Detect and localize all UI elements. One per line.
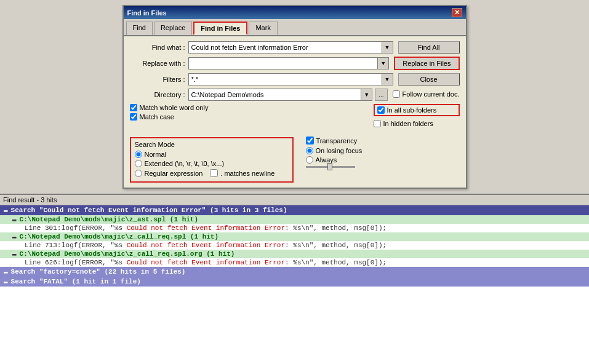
radio-extended-row: Extended (\n, \r, \t, \0, \x...) bbox=[135, 160, 289, 167]
radio-always[interactable] bbox=[306, 156, 313, 164]
file-header-2-text: C:\Notepad Demo\mods\majic\z_call_req.sp… bbox=[20, 233, 218, 240]
line-num-2: Line 713: bbox=[25, 242, 62, 249]
filters-label: Filters : bbox=[130, 76, 185, 83]
search-summary-2: ▬ Search "factory=cnote" (22 hits in 5 f… bbox=[0, 267, 589, 277]
dialog-window: Find in Files ✕ Find Replace Find in Fil… bbox=[122, 5, 467, 189]
tab-replace[interactable]: Replace bbox=[154, 22, 192, 35]
code-before-1: logf(ERROR, "%s Could not fetch Event in… bbox=[62, 224, 387, 232]
find-what-row: Find what : ▼ Find All bbox=[130, 41, 460, 53]
on-losing-focus-row: On losing focus bbox=[306, 147, 460, 154]
file-header-3-text: C:\Notepad Demo\mods\majic\z_call_req.sp… bbox=[20, 250, 235, 258]
radio-extended-label: Extended (\n, \r, \t, \0, \x...) bbox=[145, 160, 225, 167]
right-buttons-top: Find All bbox=[398, 41, 460, 53]
radio-normal-row: Normal bbox=[135, 151, 289, 158]
tab-find[interactable]: Find bbox=[126, 22, 153, 35]
match-case-row: Match case bbox=[130, 113, 367, 121]
search-mode-box: Search Mode Normal Extended (\n, \r, \t,… bbox=[130, 137, 294, 183]
replace-with-dropdown: ▼ bbox=[188, 57, 390, 69]
radio-regex-label: Regular expression bbox=[145, 170, 203, 177]
expand-btn-file-2[interactable]: ▬ bbox=[12, 233, 17, 240]
code-line-1: Line 301: logf(ERROR, "%s Could not fetc… bbox=[0, 224, 589, 232]
right-buttons-bottom: Close bbox=[398, 73, 460, 85]
code-line-3: Line 626: logf(ERROR, "%s Could not fetc… bbox=[0, 258, 589, 267]
directory-input[interactable] bbox=[188, 89, 361, 101]
code-line-2: Line 713: logf(ERROR, "%s Could not fetc… bbox=[0, 241, 589, 250]
transparency-slider-thumb[interactable] bbox=[327, 163, 332, 170]
transparency-cb[interactable] bbox=[306, 136, 314, 144]
filters-dropdown: ▼ bbox=[188, 73, 393, 85]
expand-btn-file-3[interactable]: ▬ bbox=[12, 250, 17, 258]
matches-newline-label: . matches newline bbox=[220, 170, 274, 177]
browse-btn[interactable]: ... bbox=[375, 89, 387, 101]
find-what-dropdown: ▼ bbox=[188, 41, 393, 53]
dialog-title: Find in Files bbox=[127, 9, 167, 17]
transparency-header: Transparency bbox=[306, 136, 460, 144]
matches-newline-cb[interactable] bbox=[210, 169, 218, 177]
results-header: Find result - 3 hits bbox=[0, 195, 589, 205]
line-num-1: Line 301: bbox=[25, 224, 62, 232]
radio-normal[interactable] bbox=[135, 151, 142, 158]
file-header-1-text: C:\Notepad Demo\mods\majic\z_ast.spl (1 … bbox=[20, 216, 198, 223]
directory-dropdown: ▼ bbox=[188, 89, 373, 101]
in-hidden-folders-cb[interactable] bbox=[374, 120, 381, 127]
search-summary-1-text: Search "Could not fetch Event informatio… bbox=[11, 207, 287, 214]
in-all-subfolders-cb[interactable] bbox=[377, 106, 385, 114]
left-options: Match whole word only Match case bbox=[130, 104, 367, 129]
directory-dropdown-btn[interactable]: ▼ bbox=[361, 89, 372, 101]
radio-regex[interactable] bbox=[135, 170, 142, 177]
dialog-tabs: Find Replace Find in Files Mark bbox=[124, 19, 466, 36]
replace-with-row: Replace with : ▼ Replace in Files bbox=[130, 57, 460, 70]
find-all-btn[interactable]: Find All bbox=[398, 41, 460, 53]
filters-input[interactable] bbox=[188, 73, 382, 85]
match-case-cb[interactable] bbox=[130, 113, 137, 121]
options-area: Match whole word only Match case In all … bbox=[130, 104, 460, 129]
main-container: Find in Files ✕ Find Replace Find in Fil… bbox=[0, 0, 589, 364]
search-summary-1: ▬ Search "Could not fetch Event informat… bbox=[0, 205, 589, 215]
right-checkboxes: Follow current doc. bbox=[393, 90, 460, 100]
expand-btn-file-1[interactable]: ▬ bbox=[12, 216, 17, 223]
follow-current-label: Follow current doc. bbox=[403, 90, 460, 98]
file-header-2: ▬ C:\Notepad Demo\mods\majic\z_call_req.… bbox=[0, 232, 589, 241]
dialog-close-btn[interactable]: ✕ bbox=[452, 8, 462, 17]
transparency-slider[interactable] bbox=[306, 166, 355, 168]
radio-extended[interactable] bbox=[135, 160, 142, 167]
replace-with-input[interactable] bbox=[188, 57, 378, 69]
dialog-titlebar: Find in Files ✕ bbox=[124, 6, 466, 19]
follow-current-cb[interactable] bbox=[393, 90, 400, 98]
expand-btn-1[interactable]: ▬ bbox=[4, 207, 8, 214]
replace-with-label: Replace with : bbox=[130, 60, 185, 67]
find-what-dropdown-btn[interactable]: ▼ bbox=[382, 41, 393, 53]
match-case-label: Match case bbox=[140, 113, 174, 121]
find-what-input[interactable] bbox=[188, 41, 382, 53]
line-num-3: Line 626: bbox=[25, 259, 62, 266]
in-all-subfolders-row: In all sub-folders bbox=[374, 104, 460, 116]
always-label: Always bbox=[316, 156, 337, 164]
tab-find-in-files[interactable]: Find in Files bbox=[193, 22, 247, 35]
close-btn[interactable]: Close bbox=[398, 73, 460, 85]
directory-label: Directory : bbox=[130, 91, 185, 98]
match-whole-word-row: Match whole word only bbox=[130, 104, 367, 111]
file-header-1: ▬ C:\Notepad Demo\mods\majic\z_ast.spl (… bbox=[0, 215, 589, 224]
radio-regex-row: Regular expression . matches newline bbox=[135, 169, 289, 177]
right-buttons-mid: Replace in Files bbox=[394, 57, 459, 70]
radio-normal-label: Normal bbox=[145, 151, 166, 158]
replace-in-files-btn[interactable]: Replace in Files bbox=[394, 57, 459, 70]
in-all-subfolders-label: In all sub-folders bbox=[387, 106, 437, 114]
in-hidden-folders-row: In hidden folders bbox=[374, 120, 460, 127]
on-losing-focus-label: On losing focus bbox=[316, 147, 363, 154]
tab-mark[interactable]: Mark bbox=[249, 22, 277, 35]
filters-dropdown-btn[interactable]: ▼ bbox=[382, 73, 393, 85]
match-whole-word-cb[interactable] bbox=[130, 104, 137, 111]
transparency-section: Transparency On losing focus Always bbox=[306, 134, 460, 183]
bottom-section: Search Mode Normal Extended (\n, \r, \t,… bbox=[130, 134, 460, 183]
search-summary-3-text: Search "FATAL" (1 hit in 1 file) bbox=[11, 278, 141, 285]
directory-row: Directory : ▼ ... Follow current doc. bbox=[130, 89, 460, 101]
right-folder-options: In all sub-folders In hidden folders bbox=[374, 104, 460, 129]
dialog-body: Find what : ▼ Find All Replace with : ▼ bbox=[124, 36, 466, 188]
expand-btn-3[interactable]: ▬ bbox=[4, 278, 8, 285]
replace-with-dropdown-btn[interactable]: ▼ bbox=[377, 57, 389, 69]
expand-btn-2[interactable]: ▬ bbox=[4, 268, 8, 275]
radio-on-losing-focus[interactable] bbox=[306, 147, 313, 154]
match-whole-word-label: Match whole word only bbox=[140, 104, 209, 111]
transparency-label: Transparency bbox=[316, 137, 358, 144]
